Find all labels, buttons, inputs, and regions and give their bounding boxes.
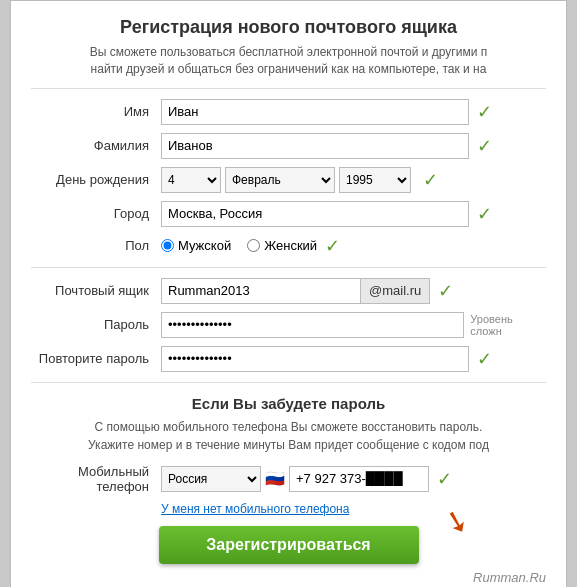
birth-year-select[interactable]: 1995 [339,167,411,193]
city-input[interactable] [161,201,469,227]
name-input[interactable] [161,99,469,125]
form-subtitle-text: Вы сможете пользоваться бесплатной элект… [31,44,546,78]
phone-input[interactable] [289,466,429,492]
email-check-icon: ✓ [438,280,453,302]
password-control: Уровень сложн [161,312,546,338]
email-control: @mail.ru ✓ [161,278,546,304]
name-row: Имя ✓ [31,99,546,125]
gender-check-icon: ✓ [325,235,340,257]
surname-row: Фамилия ✓ [31,133,546,159]
phone-row: Мобильный телефон Россия 🇷🇺 ✓ [31,464,546,494]
watermark: Rumman.Ru [31,570,546,585]
birthdate-row: День рождения 4 Февраль 1995 ✓ [31,167,546,193]
password-row: Пароль Уровень сложн [31,312,546,338]
recovery-desc: С помощью мобильного телефона Вы сможете… [31,418,546,454]
form-title: Регистрация нового почтового ящика [31,17,546,38]
gender-male-label: Мужской [178,238,231,253]
birthdate-check-icon: ✓ [423,169,438,191]
password2-control: ✓ [161,346,546,372]
birth-day-select[interactable]: 4 [161,167,221,193]
header-divider [31,88,546,89]
no-phone-link[interactable]: У меня нет мобильного телефона [161,502,546,516]
recovery-title: Если Вы забудете пароль [31,395,546,412]
surname-input[interactable] [161,133,469,159]
gender-control: Мужской Женский ✓ [161,235,546,257]
password-strength-hint: Уровень сложн [470,313,546,337]
name-label: Имя [31,104,161,119]
email-suffix: @mail.ru [361,278,430,304]
register-button-area: ➘ Зарегистрироваться [159,526,419,564]
password2-check-icon: ✓ [477,348,492,370]
russia-flag-icon: 🇷🇺 [265,469,285,488]
city-check-icon: ✓ [477,203,492,225]
gender-male-option[interactable]: Мужской [161,238,231,253]
gender-options: Мужской Женский [161,238,317,253]
gender-row: Пол Мужской Женский ✓ [31,235,546,257]
surname-label: Фамилия [31,138,161,153]
email-input[interactable] [161,278,361,304]
email-row: Почтовый ящик @mail.ru ✓ [31,278,546,304]
password2-label: Повторите пароль [31,351,161,366]
phone-country-select[interactable]: Россия [161,466,261,492]
phone-input-group: Россия 🇷🇺 [161,466,429,492]
password2-input[interactable] [161,346,469,372]
register-button[interactable]: Зарегистрироваться [159,526,419,564]
birthdate-label: День рождения [31,172,161,187]
name-check-icon: ✓ [477,101,492,123]
name-control: ✓ [161,99,546,125]
password2-row: Повторите пароль ✓ [31,346,546,372]
surname-check-icon: ✓ [477,135,492,157]
password-input[interactable] [161,312,464,338]
registration-form: Регистрация нового почтового ящика С пом… [10,0,567,587]
gender-female-option[interactable]: Женский [247,238,317,253]
gender-label: Пол [31,238,161,253]
phone-label: Мобильный телефон [31,464,161,494]
city-control: ✓ [161,201,546,227]
password-label: Пароль [31,317,161,332]
birth-month-select[interactable]: Февраль [225,167,335,193]
email-label: Почтовый ящик [31,283,161,298]
gender-female-radio[interactable] [247,239,260,252]
gender-male-radio[interactable] [161,239,174,252]
phone-control: Россия 🇷🇺 ✓ [161,466,546,492]
city-row: Город ✓ [31,201,546,227]
recovery-section: Если Вы забудете пароль С помощью мобиль… [31,395,546,454]
recovery-divider [31,382,546,383]
city-label: Город [31,206,161,221]
surname-control: ✓ [161,133,546,159]
middle-divider [31,267,546,268]
gender-female-label: Женский [264,238,317,253]
phone-check-icon: ✓ [437,468,452,490]
birthdate-control: 4 Февраль 1995 ✓ [161,167,546,193]
form-header: Регистрация нового почтового ящика С пом… [31,17,546,78]
